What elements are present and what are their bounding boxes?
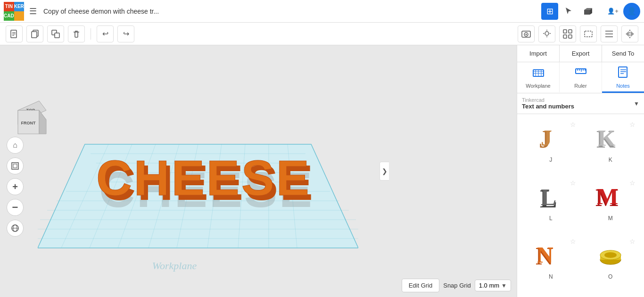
logo-tin: TIN (4, 2, 14, 11)
svg-rect-21 (563, 35, 567, 38)
camera-button[interactable] (518, 25, 535, 42)
shape-k-label: K (609, 157, 612, 163)
camera-icon (521, 29, 531, 39)
zoom-out-button[interactable]: − (7, 199, 24, 216)
group-button[interactable] (559, 25, 576, 42)
user-icons: 👤+ 👤 (604, 3, 640, 20)
svg-text:L: L (541, 184, 556, 210)
pick-tool-button[interactable] (560, 3, 577, 20)
align-button[interactable] (601, 25, 618, 42)
svg-marker-28 (626, 31, 629, 37)
light-button[interactable] (538, 25, 555, 42)
svg-rect-0 (584, 10, 590, 15)
svg-marker-36 (39, 110, 46, 134)
view-cube[interactable]: TOP FRONT (8, 96, 51, 141)
duplicate-icon (51, 29, 60, 39)
shape-k-favorite[interactable]: ☆ (629, 121, 636, 128)
shape-j-label: J (549, 157, 552, 163)
right-panel: Import Export Send To Workplane (517, 45, 644, 297)
copy-button[interactable] (26, 25, 43, 42)
shape-m-favorite[interactable]: ☆ (629, 179, 636, 187)
main-area: TOP FRONT ⌂ + − (0, 45, 644, 297)
letter-k-svg: K K (594, 123, 627, 154)
mirror-icon (625, 29, 635, 39)
svg-text:K: K (598, 125, 615, 150)
notes-tool-button[interactable]: Notes (602, 62, 644, 93)
shape-item-o[interactable]: ☆ O (581, 235, 641, 293)
bottom-controls: Edit Grid Snap Grid 1.0 mm ▼ (402, 279, 511, 292)
workplane-grid: Workplane CHEESE CHEESE CHEESE CHEESE (38, 107, 358, 286)
svg-text:FRONT: FRONT (21, 121, 36, 125)
shape-item-m[interactable]: ☆ M M M (581, 176, 641, 235)
delete-button[interactable] (68, 25, 85, 42)
shape-m-label: M (608, 215, 613, 222)
ruler-tool-button[interactable]: Ruler (560, 62, 602, 93)
redo-button[interactable]: ↪ (117, 25, 134, 42)
svg-rect-19 (563, 30, 567, 33)
ungroup-button[interactable] (580, 25, 597, 42)
fit-icon (11, 162, 19, 170)
new-icon (9, 29, 19, 39)
toolbar-separator-1 (91, 28, 91, 40)
shape-o-favorite[interactable]: ☆ (629, 238, 636, 245)
shape-l-favorite[interactable]: ☆ (570, 179, 576, 187)
duplicate-button[interactable] (47, 25, 64, 42)
letter-j-svg: J J (534, 123, 567, 154)
mirror-button[interactable] (621, 25, 638, 42)
light-icon (542, 29, 552, 39)
snap-value: 1.0 mm (479, 282, 499, 289)
letter-l-svg: L L (534, 182, 567, 212)
shape-item-k[interactable]: ☆ K K K (581, 118, 641, 176)
shape-n-label: N (549, 273, 553, 280)
undo-button[interactable]: ↩ (97, 25, 114, 42)
new-button[interactable] (6, 25, 23, 42)
import-button[interactable]: Import (517, 45, 560, 62)
add-user-button[interactable]: 👤+ (604, 3, 621, 20)
tinkercad-logo[interactable]: TIN KER CAD (4, 2, 23, 21)
right-tools: Workplane Ruler (517, 62, 644, 93)
filter-dropdown-button[interactable]: ▼ (634, 100, 639, 107)
panel-toggle-button[interactable]: ❯ (380, 162, 389, 181)
snap-dropdown-icon[interactable]: ▼ (501, 282, 507, 289)
shapes-grid: ☆ J J J ☆ K K K (517, 114, 644, 297)
svg-marker-29 (631, 31, 634, 37)
fit-view-button[interactable] (7, 157, 24, 174)
shape-l-image: L L (532, 180, 570, 213)
snap-grid-control[interactable]: 1.0 mm ▼ (475, 280, 511, 291)
topbar: TIN KER CAD ☰ Copy of cheese demon with … (0, 0, 644, 23)
avatar-button[interactable]: 👤 (623, 3, 640, 20)
svg-rect-38 (13, 164, 17, 168)
perspective-button[interactable] (7, 220, 24, 237)
shape-item-n[interactable]: ☆ N N N (521, 235, 581, 293)
svg-point-13 (526, 33, 527, 35)
align-icon (604, 29, 614, 39)
svg-point-96 (604, 252, 617, 258)
workplane-tool-button[interactable]: Workplane (517, 62, 560, 93)
shape-item-l[interactable]: ☆ L L L (521, 176, 581, 235)
svg-rect-79 (619, 67, 627, 77)
box-tool-button[interactable] (579, 3, 596, 20)
workplane-tool-label: Workplane (526, 83, 550, 89)
shape-item-j[interactable]: ☆ J J J (521, 118, 581, 176)
grid-view-button[interactable]: ⊞ (541, 3, 558, 20)
group-icon (562, 29, 573, 39)
send-to-button[interactable]: Send To (602, 45, 644, 62)
logo-br (14, 11, 24, 21)
ruler-icon-svg (575, 66, 587, 78)
notes-tool-icon (617, 66, 629, 81)
menu-icon[interactable]: ☰ (27, 4, 39, 18)
edit-grid-button[interactable]: Edit Grid (402, 279, 440, 292)
zoom-in-button[interactable]: + (7, 178, 24, 195)
delete-icon (72, 29, 81, 39)
svg-text:N: N (537, 242, 553, 267)
ruler-tool-label: Ruler (574, 83, 586, 89)
shape-j-favorite[interactable]: ☆ (570, 121, 576, 128)
shape-n-favorite[interactable]: ☆ (570, 238, 576, 245)
canvas-area[interactable]: TOP FRONT ⌂ + − (0, 45, 517, 297)
logo-cad: CAD (4, 11, 14, 21)
filter-source-label: Tinkercad (522, 97, 630, 103)
toolbar: ↩ ↪ (0, 23, 644, 45)
svg-text:M: M (597, 184, 618, 209)
notes-tool-label: Notes (616, 83, 630, 89)
export-button[interactable]: Export (560, 45, 602, 62)
